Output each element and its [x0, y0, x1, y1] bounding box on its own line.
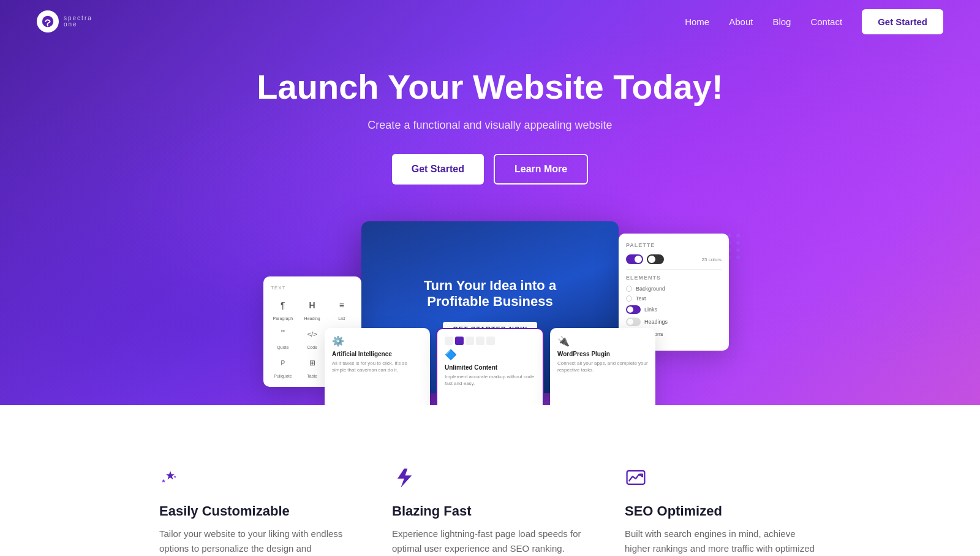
- panel-item-pullquote: P Pullquote: [271, 354, 295, 378]
- feature-seo: SEO Optimized Built with search engines …: [625, 467, 821, 556]
- code-label: Code: [307, 345, 317, 349]
- panel-item-quote: " Quote: [271, 326, 295, 349]
- element-background: Background: [626, 286, 722, 292]
- panel-item-paragraph: ¶ Paragraph: [271, 297, 295, 321]
- customize-icon-wrap: [159, 467, 355, 491]
- feature-customize: Easily Customizable Tailor your website …: [159, 467, 355, 556]
- toolbar-btn-4: [476, 337, 484, 345]
- hero-content: Launch Your Website Today! Create a func…: [257, 67, 723, 221]
- unlimited-card-desc: Implement accurate markup without code f…: [445, 373, 535, 387]
- panel-item-heading: H Heading: [300, 297, 325, 321]
- logo-icon: [37, 10, 59, 32]
- background-radio: [626, 286, 632, 292]
- quote-label: Quote: [277, 345, 288, 349]
- table-icon: ⊞: [304, 354, 321, 371]
- palette-toggle-on: [626, 254, 643, 264]
- fast-icon-wrap: [392, 467, 588, 491]
- elements-label: ELEMENTS: [626, 275, 722, 281]
- hero-get-started-button[interactable]: Get Started: [392, 154, 484, 185]
- panel-item-list: ≡ List: [330, 297, 354, 321]
- hero-buttons: Get Started Learn More: [257, 154, 723, 185]
- palette-toggle-off: [647, 254, 664, 264]
- element-links: Links: [626, 305, 722, 314]
- nav-links: Home About Blog Contact Get Started: [685, 9, 943, 34]
- unlimited-toolbar: [445, 337, 535, 345]
- panel-item-code: </> Code: [300, 326, 325, 349]
- logo[interactable]: spectra one: [37, 10, 92, 32]
- element-headings: Headings: [626, 318, 722, 326]
- palette-title: PALETTE: [626, 242, 722, 248]
- fast-title: Blazing Fast: [392, 503, 588, 519]
- hero-subheading: Create a functional and visually appeali…: [257, 119, 723, 132]
- feature-cards-preview: ⚙️ Artificial Intelligence All it takes …: [325, 328, 655, 405]
- palette-toggle-row: 25 colors: [626, 254, 722, 264]
- panel-item-table: ⊞ Table: [300, 354, 325, 378]
- seo-icon-wrap: [625, 467, 821, 491]
- text-radio: [626, 295, 632, 302]
- hero-heading: Launch Your Website Today!: [257, 67, 723, 107]
- seo-title: SEO Optimized: [625, 503, 821, 519]
- fast-desc: Experience lightning-fast page load spee…: [392, 527, 588, 556]
- toolbar-btn-3: [466, 337, 474, 345]
- links-toggle: [626, 305, 641, 314]
- unlimited-icon: 🔷: [445, 349, 535, 360]
- panel-label: TEXT: [271, 285, 354, 291]
- feature-card-wp: 🔌 WordPress Plugin Connect all your apps…: [550, 328, 655, 405]
- ai-card-title: Artificial Intelligence: [332, 351, 423, 357]
- feature-card-unlimited: 🔷 Unlimited Content Implement accurate m…: [436, 328, 544, 405]
- hero-preview: TEXT ¶ Paragraph H Heading ≡ List " Quot…: [227, 221, 753, 405]
- fast-icon: [392, 467, 414, 489]
- toolbar-btn-1: [445, 337, 453, 345]
- paragraph-icon: ¶: [274, 297, 292, 314]
- pullquote-icon: P: [274, 354, 292, 371]
- nav-contact[interactable]: Contact: [810, 17, 842, 27]
- wp-card-title: WordPress Plugin: [557, 351, 648, 357]
- feature-fast: Blazing Fast Experience lightning-fast p…: [392, 467, 588, 556]
- hero-section: Launch Your Website Today! Create a func…: [0, 0, 980, 405]
- seo-desc: Built with search engines in mind, achie…: [625, 527, 821, 556]
- code-icon: </>: [304, 326, 321, 343]
- ai-card-desc: All it takes is for you to click. It's s…: [332, 360, 423, 373]
- brand-name: spectra one: [64, 15, 92, 28]
- customize-icon: [159, 467, 181, 489]
- seo-icon: [625, 467, 647, 489]
- pullquote-label: Pullquote: [274, 374, 292, 378]
- hero-learn-more-button[interactable]: Learn More: [494, 154, 588, 185]
- heading-icon: H: [304, 297, 321, 314]
- element-background-label: Background: [636, 286, 665, 292]
- unlimited-card-title: Unlimited Content: [445, 364, 535, 371]
- quote-icon: ": [274, 326, 292, 343]
- wp-card-desc: Connect all your apps, and complete your…: [557, 360, 648, 373]
- element-headings-label: Headings: [644, 319, 668, 325]
- features-section: Easily Customizable Tailor your website …: [0, 405, 980, 556]
- nav-home[interactable]: Home: [685, 17, 709, 27]
- feature-card-ai: ⚙️ Artificial Intelligence All it takes …: [325, 328, 430, 405]
- headings-toggle: [626, 318, 641, 326]
- customize-desc: Tailor your website to your liking with …: [159, 527, 355, 556]
- navbar: spectra one Home About Blog Contact Get …: [0, 0, 980, 43]
- nav-get-started-button[interactable]: Get Started: [862, 9, 943, 34]
- heading-label: Heading: [304, 316, 320, 321]
- element-links-label: Links: [644, 307, 657, 313]
- spectra-icon: [41, 15, 55, 28]
- wp-icon: 🔌: [557, 335, 648, 347]
- customize-title: Easily Customizable: [159, 503, 355, 519]
- palette-color-count: 25 colors: [702, 257, 722, 262]
- element-text-label: Text: [636, 295, 646, 302]
- toolbar-btn-2: [455, 337, 464, 345]
- table-label: Table: [307, 374, 317, 378]
- list-label: List: [338, 316, 345, 321]
- toolbar-btn-5: [486, 337, 495, 345]
- preview-heading-1: Turn Your Idea into aProfitable Business: [424, 278, 556, 310]
- nav-about[interactable]: About: [729, 17, 753, 27]
- list-icon: ≡: [333, 297, 350, 314]
- element-text: Text: [626, 295, 722, 302]
- ai-icon: ⚙️: [332, 335, 423, 347]
- nav-blog[interactable]: Blog: [772, 17, 791, 27]
- paragraph-label: Paragraph: [273, 316, 293, 321]
